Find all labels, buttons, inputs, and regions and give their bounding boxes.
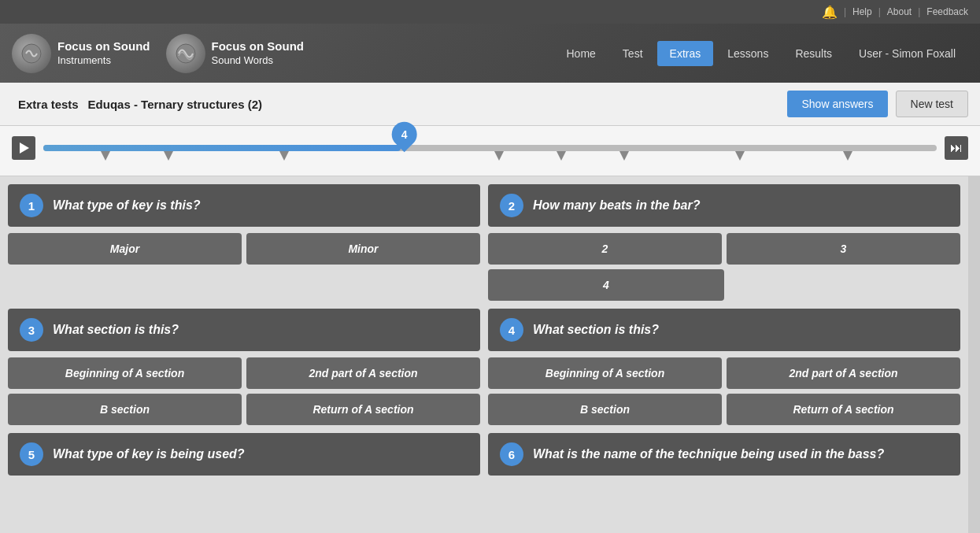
question-number-2: 2	[500, 194, 523, 217]
logo-text-words: Focus on SoundSound Words	[212, 39, 305, 68]
marker-3[interactable]	[279, 151, 289, 165]
logo-circle-words	[166, 34, 205, 73]
question-header-3: 3 What section is this?	[8, 309, 480, 351]
scrollbar[interactable]	[968, 176, 980, 533]
answer-3-return-a[interactable]: Return of A section	[246, 394, 480, 425]
marker-4-label: 4	[401, 128, 408, 141]
progress-fill	[43, 145, 401, 151]
progress-track[interactable]: 4	[43, 145, 937, 151]
question-header-4: 4 What section is this?	[488, 309, 960, 351]
answer-4-beginning-a[interactable]: Beginning of A section	[488, 357, 722, 389]
help-link[interactable]: Help	[852, 6, 872, 17]
answer-1-major[interactable]: Major	[8, 233, 242, 265]
player-row: 4 ⏭	[12, 132, 968, 164]
nav-menu: Home Test Extras Lessons Results User - …	[554, 41, 969, 66]
logo-words[interactable]: Focus on SoundSound Words	[166, 34, 305, 73]
marker-9[interactable]	[843, 151, 852, 165]
answer-2-3[interactable]: 3	[727, 233, 960, 265]
question-text-5: What type of key is being used?	[53, 447, 245, 461]
toolbar-buttons: Show answers New test	[787, 91, 968, 117]
play-button[interactable]	[12, 136, 35, 160]
marker-1[interactable]	[101, 151, 110, 165]
question-number-6: 6	[500, 442, 523, 466]
show-answers-button[interactable]: Show answers	[787, 91, 887, 117]
question-text-3: What section is this?	[53, 323, 179, 337]
answer-1-minor[interactable]: Minor	[246, 233, 480, 265]
marker-5[interactable]	[494, 151, 504, 165]
answer-3-b-section[interactable]: B section	[8, 394, 242, 425]
answer-4-return-a[interactable]: Return of A section	[727, 394, 960, 425]
marker-2[interactable]	[164, 151, 173, 165]
answer-3-2nd-a[interactable]: 2nd part of A section	[246, 357, 480, 389]
answer-3-beginning-a[interactable]: Beginning of A section	[8, 357, 242, 389]
nav-user[interactable]: User - Simon Foxall	[846, 41, 968, 66]
answer-options-3: Beginning of A section 2nd part of A sec…	[8, 357, 480, 425]
marker-6[interactable]	[557, 151, 566, 165]
question-grid: 1 What type of key is this? Major Minor …	[8, 184, 960, 482]
breadcrumb-prefix: Extra tests	[18, 98, 79, 111]
question-number-1: 1	[20, 194, 43, 217]
question-block-4: 4 What section is this? Beginning of A s…	[488, 309, 960, 425]
answer-options-1: Major Minor	[8, 233, 480, 265]
question-block-2: 2 How many beats in the bar? 2 3 4	[488, 184, 960, 301]
question-header-2: 2 How many beats in the bar?	[488, 184, 960, 227]
audio-player: 4 ⏭	[0, 126, 980, 176]
question-number-4: 4	[500, 318, 523, 342]
question-block-5: 5 What type of key is being used?	[8, 433, 480, 482]
question-number-3: 3	[20, 318, 43, 342]
question-header-1: 1 What type of key is this?	[8, 184, 480, 227]
main-content: 1 What type of key is this? Major Minor …	[0, 176, 980, 533]
answer-options-2: 2 3	[488, 233, 960, 265]
question-text-1: What type of key is this?	[53, 198, 201, 213]
toolbar: Extra tests Eduqas - Ternary structures …	[0, 83, 980, 126]
about-link[interactable]: About	[887, 6, 912, 17]
question-text-4: What section is this?	[533, 323, 659, 337]
nav-home[interactable]: Home	[554, 41, 608, 66]
nav-test[interactable]: Test	[610, 41, 656, 66]
question-text-2: How many beats in the bar?	[533, 198, 700, 213]
nav-extras[interactable]: Extras	[657, 41, 714, 66]
questions-scroll: 1 What type of key is this? Major Minor …	[0, 176, 968, 533]
nav-lessons[interactable]: Lessons	[715, 41, 781, 66]
logo-container: Focus on SoundInstruments Focus on Sound…	[12, 34, 304, 73]
progress-container[interactable]: 4	[43, 132, 937, 164]
bell-icon: 🔔	[822, 5, 838, 20]
marker-8[interactable]	[735, 151, 745, 165]
question-number-5: 5	[20, 442, 43, 466]
answer-4-2nd-a[interactable]: 2nd part of A section	[727, 357, 960, 389]
breadcrumb-title: Eduqas - Ternary structures (2)	[88, 98, 262, 111]
answer-2-2[interactable]: 2	[488, 233, 722, 265]
nav-results[interactable]: Results	[782, 41, 845, 66]
skip-end-button[interactable]: ⏭	[945, 136, 968, 160]
question-header-5: 5 What type of key is being used?	[8, 433, 480, 476]
question-block-1: 1 What type of key is this? Major Minor	[8, 184, 480, 301]
question-header-6: 6 What is the name of the technique bein…	[488, 433, 960, 476]
logo-text-instruments: Focus on SoundInstruments	[57, 39, 150, 68]
marker-7[interactable]	[619, 151, 629, 165]
question-block-3: 3 What section is this? Beginning of A s…	[8, 309, 480, 425]
new-test-button[interactable]: New test	[896, 91, 968, 117]
answer-options-4: Beginning of A section 2nd part of A sec…	[488, 357, 960, 425]
answer-4-b-section[interactable]: B section	[488, 394, 722, 425]
question-text-6: What is the name of the technique being …	[533, 447, 884, 461]
header: Focus on SoundInstruments Focus on Sound…	[0, 24, 980, 83]
question-block-6: 6 What is the name of the technique bein…	[488, 433, 960, 482]
answer-2-4[interactable]: 4	[488, 269, 724, 301]
logo-circle-instruments	[12, 34, 51, 73]
breadcrumb: Extra tests Eduqas - Ternary structures …	[12, 98, 262, 111]
feedback-link[interactable]: Feedback	[926, 6, 968, 17]
top-bar: 🔔 | Help | About | Feedback	[0, 0, 980, 24]
logo-instruments[interactable]: Focus on SoundInstruments	[12, 34, 150, 73]
